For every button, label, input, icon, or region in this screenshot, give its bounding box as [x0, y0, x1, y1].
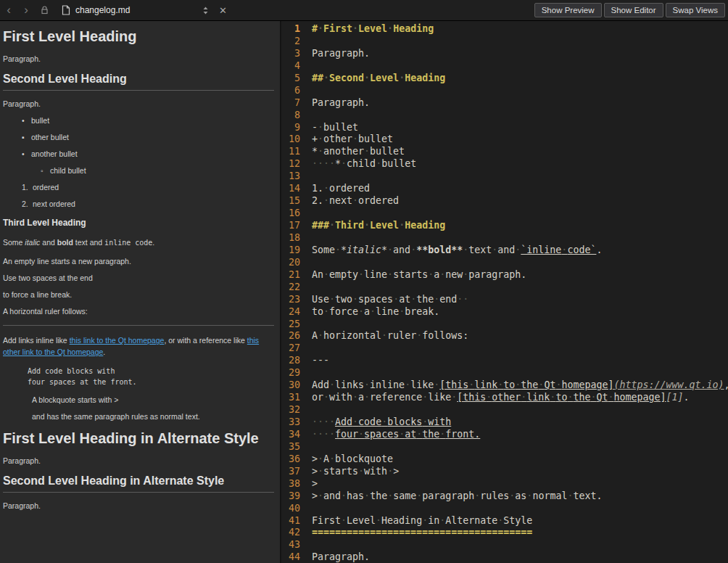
line-number[interactable]: 27 [281, 342, 300, 355]
editor-line[interactable]: 26A·horizontal·ruler·follows: [281, 330, 728, 342]
line-number[interactable]: 43 [281, 539, 300, 551]
toolbar-button-show-editor[interactable]: Show Editor [604, 3, 663, 17]
editor-line[interactable]: 34····four·spaces·at·the·front. [281, 429, 728, 441]
editor-line[interactable]: 43 [281, 539, 728, 551]
editor-line[interactable]: 44Paragraph. [281, 551, 728, 563]
line-number[interactable]: 15 [281, 195, 300, 207]
editor-line[interactable]: 23Use·two·spaces·at·the·end·· [281, 294, 728, 306]
line-number[interactable]: 40 [281, 503, 300, 515]
editor-line[interactable]: 7Paragraph. [281, 97, 728, 110]
line-number[interactable]: 34 [281, 429, 300, 441]
editor-line[interactable]: 22 [281, 282, 728, 294]
editor-line[interactable]: 9-·bullet [281, 122, 728, 134]
toolbar-button-show-preview[interactable]: Show Preview [534, 3, 602, 17]
editor-line[interactable]: 5##·Second·Level·Heading [281, 73, 728, 85]
editor-line[interactable]: 25 [281, 319, 728, 331]
editor-line[interactable]: 18 [281, 232, 728, 244]
back-button[interactable]: ‹ [0, 0, 17, 20]
line-number[interactable]: 10 [281, 133, 300, 146]
line-number[interactable]: 13 [281, 170, 300, 183]
line-number[interactable]: 36 [281, 453, 300, 466]
line-number[interactable]: 4 [281, 60, 300, 73]
line-number[interactable]: 18 [281, 232, 300, 244]
toolbar-button-swap-views[interactable]: Swap Views [666, 3, 725, 17]
line-number[interactable]: 9 [281, 122, 300, 134]
editor-line[interactable]: 8 [281, 110, 728, 122]
lock-icon[interactable] [41, 6, 49, 15]
editor-line[interactable]: 10+·other·bullet [281, 133, 728, 146]
line-number[interactable]: 39 [281, 490, 300, 503]
editor-line[interactable]: 32 [281, 404, 728, 416]
line-number[interactable]: 33 [281, 416, 300, 429]
line-number[interactable]: 19 [281, 244, 300, 257]
editor-line[interactable]: 27 [281, 342, 728, 355]
line-number[interactable]: 21 [281, 269, 300, 282]
editor-line[interactable]: 20 [281, 257, 728, 269]
line-number[interactable]: 11 [281, 146, 300, 158]
line-number[interactable]: 6 [281, 85, 300, 97]
editor-line[interactable]: 36>·A·blockquote [281, 453, 728, 466]
editor-line[interactable]: 24to·force·a·line·break. [281, 306, 728, 319]
line-number[interactable]: 16 [281, 207, 300, 220]
editor-line[interactable]: 35 [281, 441, 728, 453]
editor-line[interactable]: 13 [281, 170, 728, 183]
editor-line[interactable]: 39>·and·has·the·same·paragraph·rules·as·… [281, 490, 728, 503]
line-number[interactable]: 22 [281, 282, 300, 294]
line-number[interactable]: 14 [281, 183, 300, 195]
line-number[interactable]: 29 [281, 367, 300, 379]
line-number[interactable]: 35 [281, 441, 300, 453]
editor-line[interactable]: 1#·First·Level·Heading [281, 23, 728, 36]
editor-line[interactable]: 38> [281, 478, 728, 490]
line-number[interactable]: 37 [281, 466, 300, 478]
editor-line[interactable]: 21An·empty·line·starts·a·new·paragraph. [281, 269, 728, 282]
editor-line[interactable]: 42====================================== [281, 527, 728, 539]
forward-button[interactable]: › [17, 0, 35, 20]
line-number[interactable]: 32 [281, 404, 300, 416]
editor-line[interactable]: 37>·starts·with·> [281, 466, 728, 478]
line-number[interactable]: 28 [281, 355, 300, 367]
editor-line[interactable]: 28--- [281, 355, 728, 367]
close-document-button[interactable]: ✕ [216, 5, 229, 16]
editor-line[interactable]: 33····Add·code·blocks·with [281, 416, 728, 429]
editor-line[interactable]: 141.·ordered [281, 183, 728, 195]
line-number[interactable]: 38 [281, 478, 300, 490]
line-number[interactable]: 26 [281, 330, 300, 342]
line-number[interactable]: 42 [281, 527, 300, 539]
line-number[interactable]: 44 [281, 551, 300, 563]
line-number[interactable]: 23 [281, 294, 300, 306]
line-number[interactable]: 5 [281, 73, 300, 85]
line-number[interactable]: 3 [281, 48, 300, 60]
line-number[interactable]: 7 [281, 97, 300, 110]
line-number[interactable]: 41 [281, 515, 300, 527]
editor-line[interactable]: 17###·Third·Level·Heading [281, 220, 728, 232]
line-number[interactable]: 1 [281, 23, 300, 36]
markdown-source-pane[interactable]: 1#·First·Level·Heading23Paragraph.45##·S… [280, 21, 728, 563]
editor-line[interactable]: 30Add·links·inline·like·[this·link·to·th… [281, 379, 728, 392]
line-number[interactable]: 20 [281, 257, 300, 269]
editor-line[interactable]: 40 [281, 503, 728, 515]
editor-line[interactable]: 19Some·*italic*·and·**bold**·text·and·`i… [281, 244, 728, 257]
qt-homepage-link[interactable]: this link to the Qt homepage [70, 336, 165, 345]
line-number[interactable]: 8 [281, 110, 300, 122]
editor-line[interactable]: 11*·another·bullet [281, 146, 728, 158]
editor-line[interactable]: 12····*·child·bullet [281, 158, 728, 170]
editor-line[interactable]: 4 [281, 60, 728, 73]
line-number[interactable]: 30 [281, 379, 300, 392]
editor-line[interactable]: 41First·Level·Heading·in·Alternate·Style [281, 515, 728, 527]
document-title[interactable]: changelog.md [75, 5, 130, 15]
editor-line[interactable]: 31or·with·a·reference·like·[this·other·l… [281, 392, 728, 404]
line-number[interactable]: 12 [281, 158, 300, 170]
document-dropdown-icon[interactable] [202, 6, 209, 15]
editor-line[interactable]: 3Paragraph. [281, 48, 728, 60]
markdown-preview-pane[interactable]: First Level HeadingParagraph.Second Leve… [0, 21, 280, 563]
line-number[interactable]: 31 [281, 392, 300, 404]
line-number[interactable]: 25 [281, 319, 300, 331]
editor-line[interactable]: 29 [281, 367, 728, 379]
line-number[interactable]: 24 [281, 306, 300, 319]
line-number[interactable]: 2 [281, 36, 300, 48]
editor-line[interactable]: 6 [281, 85, 728, 97]
line-number[interactable]: 17 [281, 220, 300, 232]
editor-line[interactable]: 152.·next·ordered [281, 195, 728, 207]
editor-line[interactable]: 16 [281, 207, 728, 220]
editor-line[interactable]: 2 [281, 36, 728, 48]
